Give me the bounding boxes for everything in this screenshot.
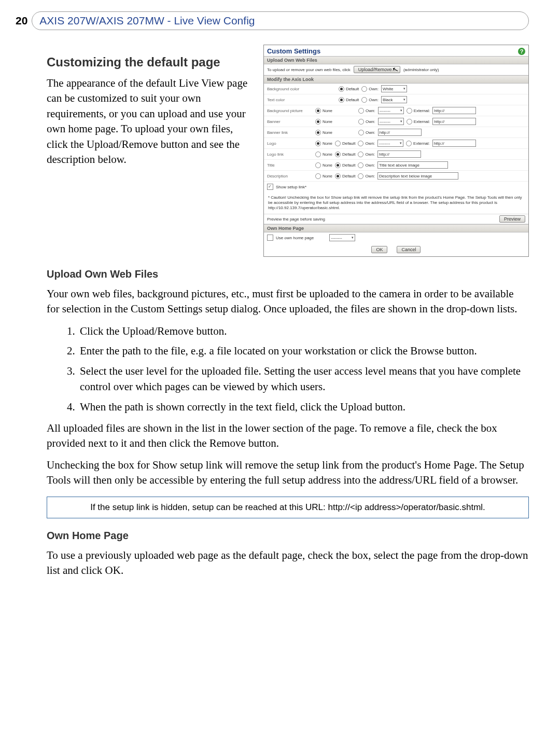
para-customizing: The appearance of the default Live View … xyxy=(47,76,254,167)
opt-default-2: Default xyxy=(346,98,359,102)
radio-bgpic-own[interactable] xyxy=(358,108,364,114)
radio-logo-none[interactable] xyxy=(315,141,321,146)
select-text-color[interactable]: Black xyxy=(381,96,407,103)
opt-default-4: Default xyxy=(342,152,355,157)
para-uploaded-list: All uploaded files are shown in the list… xyxy=(47,421,529,451)
opt-none-4: None xyxy=(323,141,332,146)
radio-bg-own[interactable] xyxy=(361,86,367,92)
checkbox-use-own[interactable] xyxy=(267,235,273,241)
opt-default-6: Default xyxy=(342,174,355,178)
opt-none-3: None xyxy=(323,130,332,135)
opt-default-3: Default xyxy=(342,141,355,146)
opt-none-6: None xyxy=(323,163,332,168)
opt-own-2: Own: xyxy=(369,98,379,102)
label-logo: Logo xyxy=(267,141,313,146)
select-own-page[interactable]: -------- xyxy=(329,234,355,241)
row-banner: Banner None Own: -------- External: http… xyxy=(264,116,528,127)
radio-desc-default[interactable] xyxy=(335,173,341,179)
cancel-button[interactable]: Cancel xyxy=(397,246,421,253)
input-title[interactable]: Title text above image xyxy=(377,161,448,169)
page: 20 AXIS 207W/AXIS 207MW - Live View Conf… xyxy=(0,0,560,742)
row-show-setup: ✓ Show setup link* xyxy=(264,182,528,192)
radio-llink-none[interactable] xyxy=(315,152,321,157)
label-description: Description xyxy=(267,174,313,178)
radio-desc-own[interactable] xyxy=(358,173,363,179)
step-1: Click the Upload/Remove button. xyxy=(78,323,529,339)
radio-logo-default[interactable] xyxy=(335,141,341,146)
opt-own-5: Own: xyxy=(366,130,375,135)
opt-default: Default xyxy=(346,87,359,91)
radio-logo-ext[interactable] xyxy=(406,141,412,146)
opt-none-5: None xyxy=(323,152,332,157)
heading-customizing: Customizing the default page xyxy=(47,55,254,70)
radio-banner-ext[interactable] xyxy=(407,119,412,125)
opt-own: Own: xyxy=(369,87,379,91)
row-logo: Logo None Default Own: -------- External… xyxy=(264,138,528,149)
radio-banner-none[interactable] xyxy=(315,119,321,125)
radio-llink-default[interactable] xyxy=(335,152,341,157)
opt-own-4: Own: xyxy=(366,119,375,124)
radio-bgpic-none[interactable] xyxy=(315,108,321,114)
opt-own-3: Own: xyxy=(366,108,375,113)
custom-settings-panel: Custom Settings ? Upload Own Web Files T… xyxy=(263,45,529,257)
radio-bgpic-ext[interactable] xyxy=(407,108,412,114)
label-bg-picture: Background picture xyxy=(267,108,313,113)
help-icon[interactable]: ? xyxy=(518,48,525,55)
intro-row: Customizing the default page The appeara… xyxy=(47,45,529,257)
input-logo-url[interactable]: http:// xyxy=(432,140,476,147)
radio-text-own[interactable] xyxy=(361,97,367,103)
select-banner[interactable]: -------- xyxy=(378,118,404,125)
radio-title-own[interactable] xyxy=(358,162,363,168)
radio-blink-own[interactable] xyxy=(358,130,364,135)
select-bg-color[interactable]: White xyxy=(381,85,407,92)
opt-none-1: None xyxy=(323,108,332,113)
opt-none-2: None xyxy=(323,119,332,124)
opt-ext-3: External: xyxy=(413,141,430,146)
radio-title-none[interactable] xyxy=(315,162,321,168)
preview-button[interactable]: Preview xyxy=(499,215,525,223)
content: Customizing the default page The appeara… xyxy=(0,30,560,578)
para-own-home: To use a previously uploaded web page as… xyxy=(47,548,529,579)
opt-none-7: None xyxy=(323,174,332,178)
select-logo[interactable]: -------- xyxy=(377,140,403,147)
radio-title-default[interactable] xyxy=(335,162,341,168)
opt-ext-2: External: xyxy=(414,119,430,124)
checkbox-show-setup[interactable]: ✓ xyxy=(267,184,273,190)
radio-logo-own[interactable] xyxy=(358,141,363,146)
radio-desc-none[interactable] xyxy=(315,173,321,179)
label-banner: Banner xyxy=(267,119,313,124)
step-3: Select the user level for the uploaded f… xyxy=(78,363,529,395)
input-bannerlink[interactable]: http:// xyxy=(378,129,422,136)
input-description[interactable]: Description text below image xyxy=(377,172,458,180)
para-unchecking: Unchecking the box for Show setup link w… xyxy=(47,458,529,488)
row-banner-link: Banner link None Own: http:// xyxy=(264,127,528,138)
input-bgpic-url[interactable]: http:// xyxy=(432,107,476,114)
steps-list: Click the Upload/Remove button. Enter th… xyxy=(47,323,529,415)
row-bg-color: Background color Default Own: White xyxy=(264,84,528,94)
radio-blink-none[interactable] xyxy=(315,130,321,135)
admin-only-text: (administrator only) xyxy=(403,67,439,72)
row-description: Description None Default Own: Descriptio… xyxy=(264,171,528,182)
screenshot-col: Custom Settings ? Upload Own Web Files T… xyxy=(263,45,529,257)
radio-text-default[interactable] xyxy=(339,97,344,103)
ok-button[interactable]: OK xyxy=(371,246,387,253)
input-logolink[interactable]: http:// xyxy=(377,150,421,158)
radio-banner-own[interactable] xyxy=(358,119,364,125)
label-show-setup: Show setup link* xyxy=(276,185,306,189)
label-bg-color: Background color xyxy=(267,87,313,91)
select-bgpic[interactable]: -------- xyxy=(378,107,404,114)
radio-bg-default[interactable] xyxy=(339,86,344,92)
caution-text: * Caution! Unchecking the box for Show s… xyxy=(264,192,528,214)
band-upload-own: Upload Own Web Files xyxy=(264,56,528,64)
preview-row: Preview the page before saving Preview xyxy=(264,214,528,224)
header-title: AXIS 207W/AXIS 207MW - Live View Config xyxy=(39,15,255,27)
label-logo-link: Logo link xyxy=(267,152,313,157)
band-own-home: Own Home Page xyxy=(264,224,528,232)
panel-footer: OK Cancel xyxy=(264,243,528,256)
opt-own-9: Own: xyxy=(365,174,375,178)
opt-own-8: Own: xyxy=(365,163,375,168)
opt-own-6: Own: xyxy=(365,141,375,146)
heading-upload-own: Upload Own Web Files xyxy=(47,268,529,280)
radio-llink-own[interactable] xyxy=(358,152,363,157)
input-banner-url[interactable]: http:// xyxy=(432,118,476,125)
